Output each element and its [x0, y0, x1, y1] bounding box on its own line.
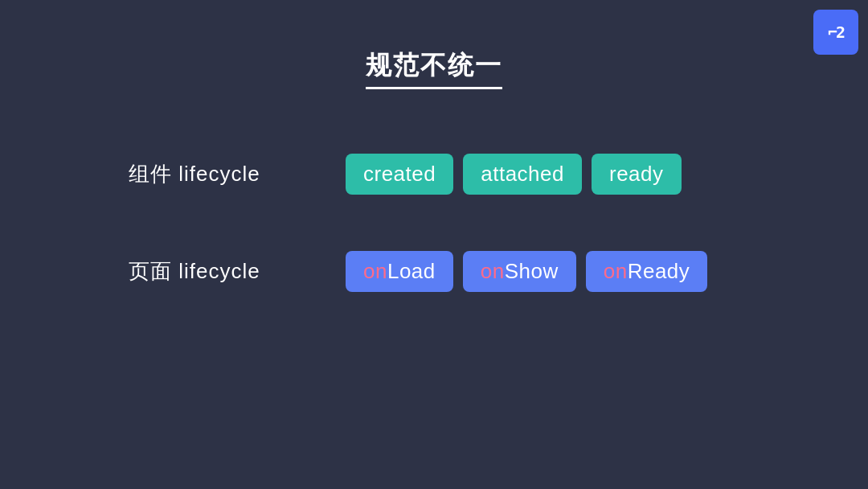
slide-title: 规范不统一: [366, 48, 502, 89]
tag-attached: attached: [463, 154, 582, 195]
tag-onshow-prefix: on: [481, 259, 505, 283]
corner-badge-label: ⌐2: [828, 23, 844, 42]
page-tags-group: onLoad onShow onReady: [346, 251, 707, 292]
content-area: 组件 lifecycle created attached ready 页面 l…: [0, 154, 868, 292]
corner-badge: ⌐2: [813, 10, 858, 55]
tag-onready-prefix: on: [604, 259, 628, 283]
page-lifecycle-row: 页面 lifecycle onLoad onShow onReady: [129, 251, 868, 292]
component-lifecycle-label: 组件 lifecycle: [129, 160, 305, 188]
tag-created-text: created: [363, 162, 436, 186]
tag-onload-prefix: on: [363, 259, 387, 283]
component-tags-group: created attached ready: [346, 154, 682, 195]
title-section: 规范不统一: [366, 48, 502, 89]
slide-container: ⌐2 规范不统一 组件 lifecycle created attached r…: [0, 0, 868, 489]
tag-onshow: onShow: [463, 251, 576, 292]
tag-onload-suffix: Load: [387, 259, 436, 283]
page-lifecycle-label: 页面 lifecycle: [129, 257, 305, 286]
component-lifecycle-row: 组件 lifecycle created attached ready: [129, 154, 868, 195]
tag-created: created: [346, 154, 453, 195]
tag-ready: ready: [592, 154, 682, 195]
tag-onready-suffix: Ready: [628, 259, 690, 283]
tag-onload: onLoad: [346, 251, 453, 292]
tag-onready: onReady: [586, 251, 708, 292]
tag-attached-text: attached: [481, 162, 564, 186]
tag-onshow-suffix: Show: [505, 259, 559, 283]
tag-ready-text: ready: [609, 162, 664, 186]
